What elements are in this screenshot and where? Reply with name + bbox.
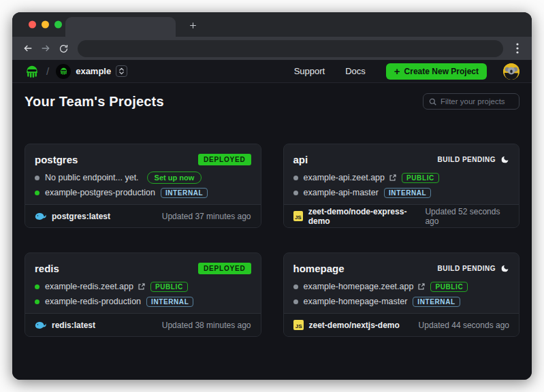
page-title: Your Team's Projects bbox=[25, 94, 164, 110]
octopus-icon bbox=[59, 67, 68, 76]
card-title-row: redis DEPLOYED bbox=[35, 260, 251, 276]
zeet-app: / example Support bbox=[12, 60, 532, 380]
updated-label: Updated 44 seconds ago bbox=[419, 321, 509, 330]
projects-grid: postgres DEPLOYED No public endpoint... … bbox=[25, 144, 519, 337]
card-footer: JS zeet-demo/nextjs-demo Updated 44 seco… bbox=[284, 313, 519, 336]
set-up-now-button[interactable]: Set up now bbox=[147, 172, 202, 184]
create-new-project-button[interactable]: + Create New Project bbox=[386, 63, 487, 80]
endpoint-row: example-postgres-production INTERNAL bbox=[35, 185, 251, 200]
project-card-api[interactable]: api BUILD PENDING example-api.zeet.app bbox=[283, 144, 520, 228]
main-content: Your Team's Projects postgres DEPLOYED bbox=[12, 83, 532, 380]
reload-button[interactable] bbox=[54, 39, 72, 57]
project-card-homepage[interactable]: homepage BUILD PENDING example-homepage.… bbox=[283, 252, 520, 337]
build-pending-status: BUILD PENDING bbox=[438, 264, 509, 273]
octopus-icon bbox=[25, 64, 39, 79]
endpoint-link[interactable]: example-homepage.zeet.app bbox=[304, 282, 414, 291]
project-card-redis[interactable]: redis DEPLOYED example-redis.zeet.app PU… bbox=[25, 252, 261, 337]
public-badge: PUBLIC bbox=[430, 282, 468, 292]
filter-field bbox=[423, 93, 519, 110]
internal-badge: INTERNAL bbox=[146, 297, 193, 307]
internal-badge: INTERNAL bbox=[161, 188, 208, 198]
forward-button[interactable] bbox=[37, 39, 54, 57]
card-title-row: postgres DEPLOYED bbox=[35, 151, 251, 167]
team-breadcrumb: example bbox=[56, 64, 127, 79]
browser-tab[interactable] bbox=[65, 17, 176, 37]
plus-icon: + bbox=[394, 66, 400, 76]
source-label: redis:latest bbox=[52, 321, 95, 330]
external-link-icon[interactable] bbox=[417, 283, 425, 291]
back-button[interactable] bbox=[19, 39, 37, 57]
external-link-icon[interactable] bbox=[138, 283, 145, 291]
source-label: zeet-demo/nextjs-demo bbox=[309, 321, 400, 330]
page-head: Your Team's Projects bbox=[25, 93, 519, 110]
status-text: BUILD PENDING bbox=[438, 265, 496, 272]
endpoint-row: No public endpoint... yet. Set up now bbox=[35, 170, 251, 185]
deployed-status-badge: DEPLOYED bbox=[198, 154, 251, 165]
public-badge: PUBLIC bbox=[402, 173, 439, 183]
app-header: / example Support bbox=[12, 60, 532, 83]
status-dot bbox=[35, 191, 39, 195]
back-icon bbox=[22, 43, 33, 54]
nav-link-docs[interactable]: Docs bbox=[345, 66, 366, 76]
card-footer: redis:latest Updated 38 minutes ago bbox=[25, 313, 261, 336]
maximize-window-button[interactable] bbox=[54, 21, 62, 29]
source-label: postgres:latest bbox=[52, 212, 110, 221]
card-footer: JS zeet-demo/node-express-demo Updated 5… bbox=[284, 204, 519, 227]
moon-spinner-icon bbox=[500, 264, 509, 273]
endpoint-row: example-homepage.zeet.app PUBLIC bbox=[293, 279, 510, 294]
search-icon bbox=[429, 98, 436, 105]
team-switcher-button[interactable] bbox=[116, 65, 127, 77]
minimize-window-button[interactable] bbox=[42, 21, 49, 29]
endpoint-link[interactable]: example-api.zeet.app bbox=[304, 173, 385, 182]
docker-whale-icon bbox=[35, 212, 46, 220]
deployed-status-badge: DEPLOYED bbox=[198, 263, 251, 274]
kebab-menu-icon bbox=[516, 43, 519, 54]
javascript-icon: JS bbox=[293, 320, 304, 330]
team-name: example bbox=[76, 66, 111, 76]
updated-label: Updated 52 seconds ago bbox=[425, 207, 509, 226]
browser-navbar bbox=[12, 37, 532, 60]
endpoint-text: example-redis-production bbox=[45, 297, 141, 306]
close-window-button[interactable] bbox=[29, 21, 36, 29]
browser-menu-button[interactable] bbox=[510, 39, 525, 57]
updated-label: Updated 37 minutes ago bbox=[162, 212, 251, 221]
status-dot bbox=[35, 176, 39, 180]
breadcrumb-separator: / bbox=[46, 65, 49, 77]
status-dot bbox=[35, 299, 39, 304]
build-pending-status: BUILD PENDING bbox=[438, 155, 509, 164]
endpoint-text: example-homepage-master bbox=[304, 297, 408, 306]
nav-link-support[interactable]: Support bbox=[294, 66, 325, 76]
card-title-row: api BUILD PENDING bbox=[293, 151, 510, 167]
docker-whale-icon bbox=[35, 321, 46, 329]
internal-badge: INTERNAL bbox=[384, 188, 431, 198]
new-tab-button[interactable] bbox=[184, 16, 202, 34]
status-dot bbox=[293, 284, 298, 289]
updated-label: Updated 38 minutes ago bbox=[162, 321, 251, 330]
card-body: redis DEPLOYED example-redis.zeet.app PU… bbox=[25, 253, 261, 313]
card-footer: postgres:latest Updated 37 minutes ago bbox=[25, 204, 261, 227]
team-avatar[interactable] bbox=[56, 64, 71, 79]
endpoint-row: example-api.zeet.app PUBLIC bbox=[293, 170, 510, 185]
project-name: api bbox=[293, 154, 308, 165]
moon-spinner-icon bbox=[500, 155, 509, 164]
filter-input[interactable] bbox=[441, 97, 513, 105]
card-title-row: homepage BUILD PENDING bbox=[293, 260, 510, 276]
status-dot bbox=[293, 299, 298, 304]
plus-icon bbox=[189, 21, 197, 30]
address-bar[interactable] bbox=[78, 40, 503, 57]
external-link-icon[interactable] bbox=[389, 174, 396, 182]
user-avatar[interactable] bbox=[503, 63, 519, 80]
card-body: homepage BUILD PENDING example-homepage.… bbox=[284, 253, 519, 313]
endpoint-link[interactable]: example-redis.zeet.app bbox=[45, 282, 133, 291]
endpoint-row: example-homepage-master INTERNAL bbox=[293, 294, 510, 309]
browser-window: / example Support bbox=[12, 12, 532, 380]
endpoint-text: example-api-master bbox=[304, 188, 379, 197]
project-card-postgres[interactable]: postgres DEPLOYED No public endpoint... … bbox=[25, 144, 261, 228]
create-button-label: Create New Project bbox=[404, 67, 479, 76]
project-name: homepage bbox=[293, 263, 345, 274]
card-body: postgres DEPLOYED No public endpoint... … bbox=[25, 144, 261, 204]
status-dot bbox=[293, 176, 298, 180]
endpoint-row: example-api-master INTERNAL bbox=[293, 185, 510, 200]
zeet-logo[interactable] bbox=[25, 64, 39, 79]
project-name: postgres bbox=[35, 154, 78, 165]
